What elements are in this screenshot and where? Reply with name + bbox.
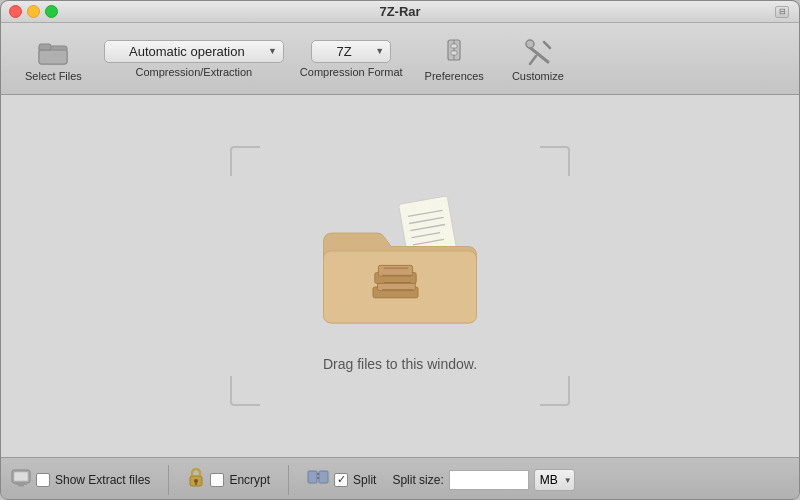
show-extract-checkbox[interactable] xyxy=(36,473,50,487)
divider-2 xyxy=(288,465,289,495)
select-files-button[interactable]: Select Files xyxy=(11,32,96,86)
preferences-label: Preferences xyxy=(425,70,484,82)
split-size-input[interactable] xyxy=(449,470,529,490)
svg-rect-5 xyxy=(451,44,457,48)
svg-rect-6 xyxy=(451,51,457,55)
format-select[interactable]: 7Z ZIP RAR TAR xyxy=(311,40,391,63)
maximize-button[interactable] xyxy=(45,5,58,18)
bottom-bar: Show Extract files Encrypt Split xyxy=(1,457,799,500)
preferences-icon xyxy=(438,36,470,68)
folder-svg xyxy=(310,180,490,340)
svg-rect-30 xyxy=(18,485,24,487)
split-label: Split xyxy=(353,473,376,487)
minimize-button[interactable] xyxy=(27,5,40,18)
drop-text: Drag files to this window. xyxy=(323,356,477,372)
show-extract-label: Show Extract files xyxy=(55,473,150,487)
window-title: 7Z-Rar xyxy=(379,4,420,19)
svg-rect-22 xyxy=(378,265,412,276)
svg-line-10 xyxy=(530,56,536,64)
compression-dropdown-group: Automatic operation Compress Extract Com… xyxy=(96,40,292,78)
customize-icon xyxy=(522,36,554,68)
split-item: Split xyxy=(307,467,376,492)
format-select-wrapper[interactable]: 7Z ZIP RAR TAR xyxy=(311,40,391,63)
resize-button[interactable] xyxy=(775,6,789,18)
format-dropdown-group: 7Z ZIP RAR TAR Compression Format xyxy=(292,40,411,78)
encrypt-item: Encrypt xyxy=(187,467,270,492)
encrypt-icon xyxy=(187,467,205,492)
compression-select-wrapper[interactable]: Automatic operation Compress Extract xyxy=(104,40,284,63)
mb-select-wrapper[interactable]: MB GB KB xyxy=(534,469,575,491)
folder-icon-container xyxy=(310,180,490,340)
drop-zone: Drag files to this window. xyxy=(230,146,570,406)
svg-rect-35 xyxy=(319,471,328,483)
show-extract-icon xyxy=(11,467,31,492)
title-bar: 7Z-Rar xyxy=(1,1,799,23)
bracket-br xyxy=(540,376,570,406)
split-size-item: Split size: MB GB KB xyxy=(392,469,574,491)
compression-select[interactable]: Automatic operation Compress Extract xyxy=(104,40,284,63)
split-icon xyxy=(307,467,329,492)
svg-rect-29 xyxy=(15,483,27,485)
split-checkbox[interactable] xyxy=(334,473,348,487)
divider-1 xyxy=(168,465,169,495)
svg-line-9 xyxy=(544,42,550,48)
encrypt-label: Encrypt xyxy=(229,473,270,487)
svg-point-32 xyxy=(194,479,198,483)
mb-select[interactable]: MB GB KB xyxy=(534,469,575,491)
svg-rect-2 xyxy=(39,44,51,50)
svg-rect-34 xyxy=(308,471,317,483)
preferences-button[interactable]: Preferences xyxy=(411,36,498,82)
svg-point-8 xyxy=(526,40,534,48)
customize-button[interactable]: Customize xyxy=(498,32,578,86)
bracket-bl xyxy=(230,376,260,406)
customize-label: Customize xyxy=(512,70,564,82)
main-drop-area[interactable]: Drag files to this window. xyxy=(1,95,799,457)
svg-rect-1 xyxy=(39,50,67,64)
select-files-label: Select Files xyxy=(25,70,82,82)
window-controls xyxy=(9,5,58,18)
compression-label: Compression/Extraction xyxy=(135,66,252,78)
split-size-label: Split size: xyxy=(392,473,443,487)
bracket-tr xyxy=(540,146,570,176)
bracket-tl xyxy=(230,146,260,176)
svg-rect-28 xyxy=(14,472,28,481)
show-extract-item: Show Extract files xyxy=(11,467,150,492)
title-bar-right xyxy=(775,6,789,18)
select-files-icon xyxy=(37,36,69,68)
close-button[interactable] xyxy=(9,5,22,18)
format-label: Compression Format xyxy=(300,66,403,78)
encrypt-checkbox[interactable] xyxy=(210,473,224,487)
toolbar: Select Files Automatic operation Compres… xyxy=(1,23,799,95)
